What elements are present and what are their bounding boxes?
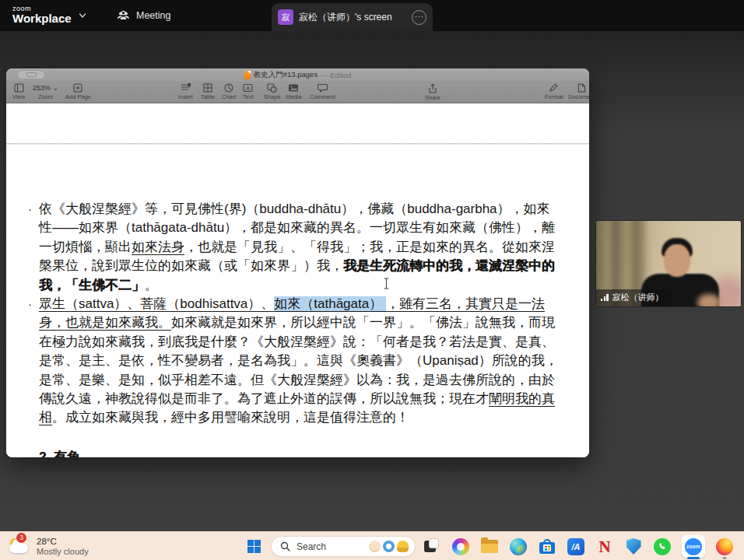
view-button[interactable]: View [12, 83, 25, 100]
text-segment: 如來法身 [132, 240, 184, 255]
media-icon [288, 83, 299, 93]
file-explorer-button[interactable] [480, 537, 499, 557]
text-segment: 我是生死流轉中的我，還滅涅槃中的 [343, 258, 555, 273]
comment-button[interactable]: Comment [310, 83, 335, 100]
share-label: Share [425, 95, 440, 101]
table-button[interactable]: Table [201, 83, 215, 100]
copilot-button[interactable] [451, 537, 470, 557]
text-segment: 槃果位，說到眾生位的如來藏（或「如來界」）我， [39, 258, 343, 273]
zoom-workplace-logo: zoom Workplace [12, 5, 72, 25]
search-input[interactable]: Search [271, 536, 416, 557]
a-app-icon: /A [567, 538, 584, 555]
participant-video-thumbnail[interactable]: 寂松（讲师） [596, 221, 741, 306]
windows-start-icon[interactable] [247, 540, 261, 553]
document-filename: 教史入門#13.pages [254, 70, 318, 80]
firefox-running-indicator [723, 557, 727, 559]
insert-icon [181, 83, 191, 93]
copilot-icon [452, 538, 469, 555]
search-highlights[interactable] [369, 541, 409, 552]
document-label: Document [568, 94, 589, 100]
format-label: Format [545, 94, 563, 100]
whatsapp-button[interactable] [653, 537, 672, 557]
text-segment: 一切煩惱，顯出 [39, 240, 132, 254]
edge-button[interactable] [509, 537, 528, 557]
a-app-button[interactable]: /A [567, 537, 585, 557]
text-segment: 我，「生佛不二」 [39, 278, 145, 292]
format-button[interactable]: Format [545, 83, 563, 100]
edited-indicator: — Edited [321, 71, 351, 79]
zoom-running-indicator [687, 557, 700, 559]
task-view-button[interactable] [423, 537, 441, 557]
shared-screen-area: 教史入門#13.pages — Edited View 253% ⌄ Zoom … [0, 31, 744, 531]
document-line: 是常、是主、是依，性不變易者，是名為我」。這與《奧義書》（Upaniṣad）所說… [39, 352, 571, 370]
document-line: 性——如來界（tathāgata-dhātu），都是如來藏的異名。一切眾生有如來… [39, 219, 571, 237]
chart-button[interactable]: Chart [222, 83, 236, 100]
participant-avatar: 寂 [278, 9, 293, 25]
insert-button[interactable]: Insert [178, 83, 193, 100]
zoom-level-button[interactable]: 253% ⌄ Zoom [33, 83, 58, 100]
firefox-button[interactable] [715, 537, 734, 557]
text-ibeam-cursor [383, 278, 390, 289]
document-line: 在極力說如來藏我，到底我是什麼？《大般涅槃經》說：「何者是我？若法是實、是真、 [39, 333, 571, 352]
shared-screen-tab-title: 寂松（讲师）'s screen [299, 11, 406, 24]
share-icon [428, 83, 437, 93]
add-page-label: Add Page [65, 94, 91, 100]
insert-label: Insert [178, 94, 193, 100]
svg-text:A: A [247, 86, 251, 91]
share-button[interactable]: Share [425, 83, 440, 101]
text-button[interactable]: A Text [243, 83, 254, 100]
pages-window-title: 教史入門#13.pages — Edited [6, 68, 589, 81]
shape-button[interactable]: Shape [264, 83, 281, 100]
document-button[interactable]: Document [568, 83, 589, 100]
netflix-button[interactable]: N [595, 537, 614, 557]
add-page-button[interactable]: Add Page [65, 83, 91, 100]
text-segment: ，也就是「見我」、「得我」；我，正是如來的異名。從如來涅 [184, 240, 555, 254]
whatsapp-icon [654, 538, 671, 555]
cloudy-weather-icon: 3 [8, 535, 31, 557]
search-placeholder: Search [297, 541, 363, 552]
meeting-people-icon [117, 10, 130, 21]
zoom-app-icon: zoom [682, 535, 705, 558]
tab-meeting-label: Meeting [136, 10, 170, 21]
taskbar-apps: /A N zoom P [423, 534, 744, 558]
document-line: ·眾生（sattva）、菩薩（bodhisattva）、如來（tathāgata… [39, 295, 571, 313]
text-segment: 如來藏就是如來界，所以經中說「一界」。「佛法」說無我，而現 [171, 315, 555, 330]
shape-icon [267, 83, 277, 93]
pages-titlebar: 教史入門#13.pages — Edited [6, 68, 589, 81]
document-line: 是常、是樂、是知，似乎相差不遠。但《大般涅槃經》以為：我，是過去佛所說的，由於 [39, 371, 571, 390]
comment-icon [318, 83, 328, 93]
weather-widget[interactable]: 3 28°C Mostly cloudy [8, 535, 89, 557]
tab-meeting[interactable]: Meeting [109, 0, 178, 31]
table-label: Table [201, 94, 215, 100]
media-label: Media [286, 94, 301, 100]
participant-name-tag: 寂松（讲师） [596, 289, 672, 306]
chevron-down-icon[interactable] [78, 11, 87, 20]
bullet-marker: · [28, 200, 32, 219]
microsoft-store-button[interactable] [538, 537, 556, 557]
shape-label: Shape [264, 94, 281, 100]
format-icon [549, 83, 558, 93]
pages-doc-icon [244, 71, 251, 79]
text-segment: ，雖有三名，其實只是一法 [386, 296, 545, 312]
zoom-label: Zoom [38, 94, 53, 100]
tab-shared-screen[interactable]: 寂 寂松（讲师）'s screen ··· [272, 3, 433, 31]
pages-window: 教史入門#13.pages — Edited View 253% ⌄ Zoom … [6, 68, 589, 457]
media-button[interactable]: Media [286, 83, 301, 100]
notification-badge: 3 [16, 533, 26, 543]
tab-more-options-icon[interactable]: ··· [412, 10, 426, 25]
document-line: 一切煩惱，顯出如來法身，也就是「見我」、「得我」；我，正是如來的異名。從如來涅 [39, 238, 571, 257]
document-text[interactable]: ·依《大般涅槃經》等，可見佛性(界)（buddha-dhātu），佛藏（budd… [39, 200, 571, 428]
view-label: View [12, 94, 25, 100]
comment-label: Comment [310, 94, 335, 100]
windows-security-button[interactable] [624, 537, 643, 557]
bullet-marker: · [28, 295, 32, 313]
participant-name: 寂松（讲师） [612, 292, 664, 303]
text-segment: 。 [145, 278, 158, 292]
hard-hat-icon [397, 541, 409, 552]
zoom-app-button[interactable]: zoom [682, 537, 705, 557]
document-canvas[interactable]: ·依《大般涅槃經》等，可見佛性(界)（buddha-dhātu），佛藏（budd… [6, 103, 589, 457]
document-line: 我，「生佛不二」。 [39, 276, 571, 295]
zoom-circle: zoom [685, 538, 702, 555]
weather-temperature: 28°C [37, 537, 89, 547]
text-segment: 傳說久遠，神教說得似是而非了。為了遮止外道的誤傳，所以說無我；現在才 [39, 391, 489, 406]
